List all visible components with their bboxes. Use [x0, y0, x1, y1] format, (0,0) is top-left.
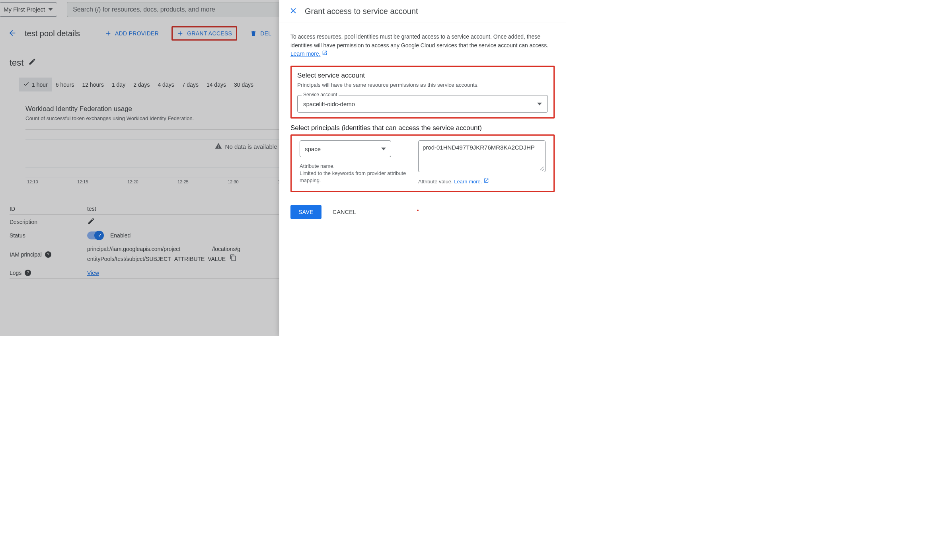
add-provider-button[interactable]: ADD PROVIDER: [100, 27, 164, 40]
section-sub-service-account: Principals will have the same resource p…: [297, 82, 548, 88]
save-button[interactable]: SAVE: [290, 205, 321, 219]
help-icon[interactable]: ?: [45, 251, 51, 258]
time-tab-1-day[interactable]: 1 day: [108, 78, 129, 91]
kv-key: Status: [10, 231, 87, 239]
kv-key-label: Logs: [10, 270, 21, 276]
x-tick: 12:25: [177, 179, 189, 184]
time-tab-label: 6 hours: [56, 82, 74, 88]
service-account-value: spacelift-oidc-demo: [303, 101, 537, 107]
time-tab-label: 2 days: [133, 82, 150, 88]
time-tab-6-hours[interactable]: 6 hours: [52, 78, 78, 91]
plus-icon: [177, 30, 184, 37]
attribute-value-text: prod-01HND497T9JKR76MR3KA2CDJHP: [423, 144, 535, 151]
time-tab-1-hour[interactable]: 1 hour: [19, 78, 52, 91]
warning-icon: [215, 142, 222, 151]
panel-header: Grant access to service account: [279, 0, 566, 23]
principal-mid: /locations/g: [212, 245, 240, 254]
grant-access-panel: Grant access to service account To acces…: [279, 0, 566, 336]
learn-more-link[interactable]: Learn more.: [290, 50, 327, 58]
service-account-select[interactable]: Service account spacelift-oidc-demo: [297, 95, 548, 113]
add-provider-label: ADD PROVIDER: [115, 30, 159, 37]
time-tab-14-days[interactable]: 14 days: [203, 78, 230, 91]
time-tab-label: 4 days: [158, 82, 174, 88]
trash-icon: [250, 30, 257, 37]
panel-actions: SAVE CANCEL: [290, 198, 555, 219]
kv-key: Logs ?: [10, 270, 87, 276]
edit-icon[interactable]: [28, 58, 36, 68]
status-text: Enabled: [110, 232, 131, 239]
caret-down-icon: [48, 8, 53, 11]
learn-more-link[interactable]: Learn more.: [454, 178, 489, 185]
resize-grip-icon[interactable]: [540, 167, 544, 171]
copy-icon[interactable]: [230, 254, 237, 264]
learn-more-text: Learn more.: [454, 178, 482, 185]
view-logs-link[interactable]: View: [87, 270, 99, 276]
section-title-service-account: Select service account: [297, 72, 548, 80]
back-arrow-icon[interactable]: [8, 29, 17, 39]
project-picker[interactable]: My First Project: [0, 2, 57, 17]
x-tick: 12:30: [228, 179, 239, 184]
principal-line2: entityPools/test/subject/SUBJECT_ATTRIBU…: [87, 255, 226, 264]
time-tab-label: 12 hours: [82, 82, 103, 88]
delete-label: DEL: [260, 30, 271, 37]
attribute-value-input[interactable]: prod-01HND497T9JKR76MR3KA2CDJHP: [418, 140, 546, 172]
search-placeholder: Search (/) for resources, docs, products…: [73, 6, 215, 13]
grant-access-button[interactable]: GRANT ACCESS: [171, 26, 237, 41]
principals-section: space Attribute name. Limited to the key…: [290, 134, 555, 192]
time-tab-label: 14 days: [207, 82, 226, 88]
attribute-name-helper: Attribute name. Limited to the keywords …: [300, 163, 407, 185]
time-tab-label: 1 hour: [32, 82, 48, 88]
external-link-icon: [483, 178, 489, 185]
check-icon: ✓: [98, 232, 102, 238]
delete-button[interactable]: DEL: [245, 27, 276, 40]
kv-key: ID: [10, 206, 87, 212]
time-tab-30-days[interactable]: 30 days: [230, 78, 257, 91]
pool-name: test: [10, 58, 23, 68]
time-tab-12-hours[interactable]: 12 hours: [78, 78, 107, 91]
grant-access-label: GRANT ACCESS: [187, 30, 232, 37]
time-tab-label: 30 days: [234, 82, 253, 88]
x-tick: 12:20: [127, 179, 138, 184]
time-tab-label: 7 days: [182, 82, 199, 88]
service-account-field-label: Service account: [302, 92, 339, 97]
kv-key: Description: [10, 217, 87, 226]
indicator-dot-icon: [417, 210, 419, 211]
learn-more-text: Learn more.: [290, 50, 320, 58]
panel-intro: To access resources, pool identities mus…: [290, 33, 555, 58]
time-tab-label: 1 day: [112, 82, 125, 88]
kv-key: IAM principal ?: [10, 245, 87, 264]
attribute-name-select[interactable]: space: [300, 140, 391, 157]
page-title: test pool details: [25, 29, 80, 38]
edit-icon[interactable]: [87, 217, 95, 226]
panel-title: Grant access to service account: [305, 7, 418, 16]
time-tab-4-days[interactable]: 4 days: [154, 78, 178, 91]
attribute-name-value: space: [305, 146, 321, 152]
service-account-section: Select service account Principals will h…: [290, 66, 555, 119]
cancel-button[interactable]: CANCEL: [329, 205, 359, 219]
intro-text: To access resources, pool identities mus…: [290, 33, 548, 49]
status-toggle[interactable]: ✓: [87, 231, 103, 239]
external-link-icon: [322, 50, 327, 58]
x-tick: 12:15: [77, 179, 88, 184]
principal-line1: principal://iam.googleapis.com/project: [87, 245, 180, 254]
help-icon[interactable]: ?: [25, 270, 31, 276]
time-tab-2-days[interactable]: 2 days: [129, 78, 154, 91]
plus-icon: [105, 30, 112, 37]
time-tab-7-days[interactable]: 7 days: [178, 78, 203, 91]
attribute-value-helper: Attribute value. Learn more.: [418, 178, 546, 185]
chevron-down-icon: [537, 103, 542, 105]
kv-key-label: IAM principal: [10, 251, 42, 258]
attribute-value-helper-prefix: Attribute value.: [418, 179, 453, 185]
section-title-principals: Select principals (identities that can a…: [290, 124, 555, 132]
check-icon: [23, 81, 29, 88]
project-name: My First Project: [4, 6, 45, 13]
x-tick: 12:10: [27, 179, 38, 184]
close-icon[interactable]: [289, 6, 298, 16]
chevron-down-icon: [381, 148, 386, 150]
